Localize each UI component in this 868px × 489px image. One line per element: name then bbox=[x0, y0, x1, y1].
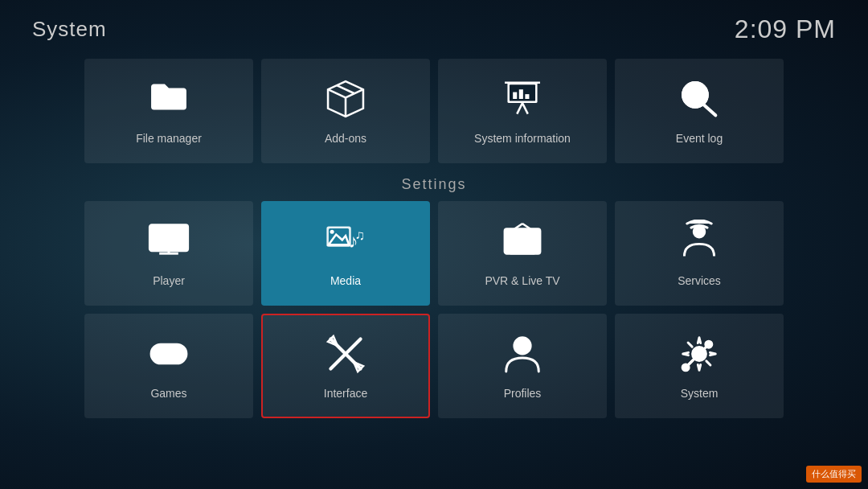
tile-player[interactable]: Player bbox=[84, 201, 253, 306]
svg-point-37 bbox=[179, 351, 183, 355]
person-icon bbox=[501, 332, 544, 379]
svg-point-47 bbox=[706, 341, 712, 347]
tile-interface-label: Interface bbox=[324, 387, 367, 400]
tile-pvr-live-tv[interactable]: PVR & Live TV bbox=[438, 201, 607, 306]
tile-file-manager-label: File manager bbox=[136, 132, 202, 145]
tile-services-label: Services bbox=[678, 274, 721, 287]
svg-line-15 bbox=[703, 105, 715, 116]
svg-rect-27 bbox=[505, 229, 540, 253]
svg-point-44 bbox=[514, 338, 530, 354]
tile-add-ons-label: Add-ons bbox=[325, 132, 366, 145]
wifi-person-icon bbox=[678, 220, 721, 266]
svg-line-9 bbox=[517, 103, 522, 114]
svg-point-23 bbox=[330, 230, 334, 234]
settings-row-2: Games Interface bbox=[84, 314, 784, 418]
svg-line-1 bbox=[328, 89, 346, 97]
header: System 2:09 PM bbox=[32, 0, 836, 52]
settings-title: Settings bbox=[32, 176, 836, 193]
tile-event-log[interactable]: Event log bbox=[615, 59, 784, 163]
svg-point-32 bbox=[694, 226, 705, 237]
svg-point-16 bbox=[683, 83, 707, 107]
folder-icon bbox=[147, 77, 190, 124]
clock: 2:09 PM bbox=[735, 14, 836, 44]
tile-media[interactable]: ♪ ♫ Media bbox=[261, 201, 430, 306]
settings-row-1: Player ♪ ♫ bbox=[84, 201, 784, 306]
tile-system-info-label: System information bbox=[474, 132, 571, 145]
tile-media-label: Media bbox=[330, 274, 361, 287]
tile-add-ons[interactable]: polygon{fill:none;stroke:#fff;stroke-wid… bbox=[261, 59, 430, 163]
settings-section: Settings Player bbox=[32, 176, 836, 418]
tile-system[interactable]: System bbox=[615, 314, 784, 418]
paint-tools-icon bbox=[324, 332, 367, 379]
tile-event-log-label: Event log bbox=[676, 132, 723, 145]
tile-profiles-label: Profiles bbox=[504, 387, 542, 400]
clock-search-icon bbox=[678, 77, 721, 124]
svg-rect-7 bbox=[519, 89, 523, 99]
svg-point-38 bbox=[174, 355, 178, 360]
top-row: File manager polygon{fill:none;stroke:#f… bbox=[32, 59, 836, 163]
svg-rect-17 bbox=[149, 225, 187, 251]
svg-point-48 bbox=[682, 364, 689, 371]
svg-text:♫: ♫ bbox=[355, 228, 366, 243]
tile-games-label: Games bbox=[150, 387, 186, 400]
page-title: System bbox=[32, 17, 107, 42]
box-icon: polygon{fill:none;stroke:#fff;stroke-wid… bbox=[324, 77, 367, 124]
presentation-icon bbox=[501, 77, 544, 124]
tile-services[interactable]: Services bbox=[615, 201, 784, 306]
tile-interface[interactable]: Interface bbox=[261, 314, 430, 418]
svg-rect-6 bbox=[513, 92, 517, 99]
svg-line-10 bbox=[522, 103, 528, 114]
settings-grid: Player ♪ ♫ bbox=[32, 201, 836, 418]
svg-point-36 bbox=[174, 348, 178, 352]
tile-system-information[interactable]: System information bbox=[438, 59, 607, 163]
tile-profiles[interactable]: Profiles bbox=[438, 314, 607, 418]
gamepad-icon bbox=[147, 332, 190, 379]
monitor-play-icon bbox=[147, 220, 190, 266]
tv-icon bbox=[501, 220, 544, 266]
tile-pvr-label: PVR & Live TV bbox=[485, 274, 559, 287]
svg-rect-8 bbox=[525, 94, 529, 99]
media-icon: ♪ ♫ bbox=[324, 220, 367, 266]
tile-file-manager[interactable]: File manager bbox=[84, 59, 253, 163]
svg-point-39 bbox=[168, 351, 172, 355]
tile-player-label: Player bbox=[153, 274, 185, 287]
watermark: 什么值得买 bbox=[806, 466, 862, 483]
tile-games[interactable]: Games bbox=[84, 314, 253, 418]
gear-wrench-icon bbox=[678, 332, 721, 379]
tile-system-label: System bbox=[681, 387, 719, 400]
